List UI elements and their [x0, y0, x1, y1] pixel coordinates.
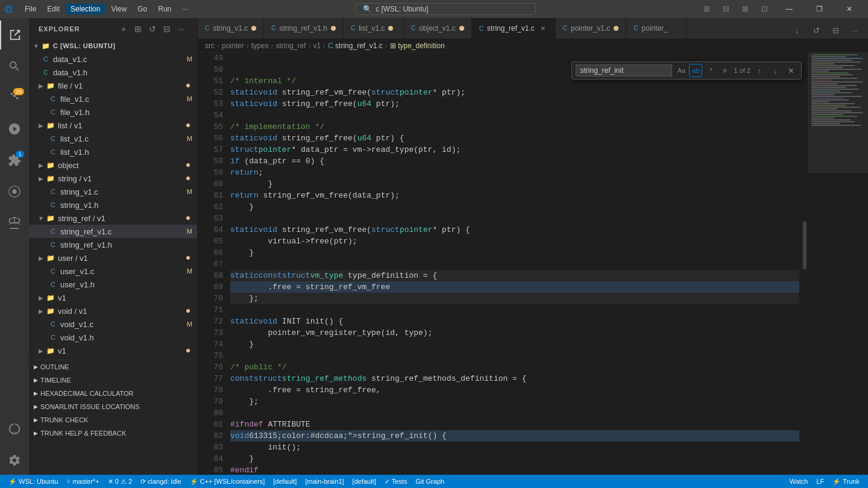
split-editor-btn[interactable]: ⊟ — [827, 22, 844, 39]
menu-edit[interactable]: Edit — [42, 4, 64, 14]
menu-more[interactable]: ··· — [177, 4, 193, 14]
status-clangd[interactable]: ⟳ clangd: idle — [137, 475, 185, 488]
match-case-btn[interactable]: Aa — [675, 64, 688, 77]
sidebar-layout-btn[interactable]: ⊞ — [698, 0, 715, 17]
find-next-btn[interactable]: ↓ — [769, 64, 782, 77]
tab-string-ref-h[interactable]: C string_ref_v1.h — [264, 18, 344, 39]
tree-item-list-c[interactable]: C list_v1.c M — [29, 132, 197, 145]
tree-item-stringref-h[interactable]: C string_ref_v1.h — [29, 238, 197, 251]
tab-pointer-v1-c[interactable]: C pointer_v1.c — [556, 18, 627, 39]
tree-root[interactable]: ▼ 📁 C [WSL: UBUNTU] — [29, 39, 197, 52]
tree-item-file-h[interactable]: C file_v1.h — [29, 105, 197, 119]
menu-view[interactable]: View — [106, 4, 131, 14]
find-input[interactable] — [576, 64, 672, 77]
tree-item-user-h[interactable]: C user_v1.h — [29, 278, 197, 291]
tab-string-ref-c-active[interactable]: C string_ref_v1.c ✕ — [472, 18, 556, 39]
sidebar-section-trunk-check[interactable]: ▶ TRUNK CHECK — [29, 413, 197, 427]
sidebar-section-timeline[interactable]: ▶ TIMELINE — [29, 374, 197, 387]
menu-go[interactable]: Go — [133, 4, 152, 14]
minimize-btn[interactable]: — — [775, 0, 803, 18]
refresh-btn[interactable]: ↺ — [146, 23, 159, 35]
tab-pointer-truncated[interactable]: C pointer_ — [626, 18, 687, 39]
layout-2-btn[interactable]: ⊟ — [717, 0, 734, 17]
status-cpp[interactable]: ⚡ C++ [WSL/containers] — [186, 475, 269, 488]
status-lf[interactable]: LF — [813, 475, 828, 488]
breadcrumb-types[interactable]: types — [251, 42, 269, 50]
sidebar-section-hexcalc[interactable]: ▶ HEXADECIMAL CALCULATOR — [29, 387, 197, 400]
regex-btn[interactable]: .* — [703, 64, 717, 77]
menu-run[interactable]: Run — [153, 4, 176, 14]
breadcrumb-file[interactable]: C string_ref_v1.c — [328, 42, 383, 50]
tree-folder-void[interactable]: ▶ 📁 void / v1 — [29, 304, 197, 318]
activity-source-control[interactable]: 28 — [0, 83, 29, 112]
activity-remote[interactable] — [0, 177, 29, 206]
tree-folder-string-ref[interactable]: ▼ 📁 string_ref / v1 — [29, 211, 197, 225]
open-editors-btn[interactable]: ↓ — [788, 22, 805, 39]
collapse-all-btn[interactable]: ⊟ — [161, 23, 173, 35]
more-actions-btn[interactable]: ··· — [175, 23, 187, 35]
sidebar-section-sonarlint[interactable]: ▶ SONARLINT ISSUE LOCATIONS — [29, 400, 197, 413]
close-btn[interactable]: ✕ — [835, 0, 863, 18]
tab-close-btn[interactable]: ✕ — [538, 23, 548, 33]
activity-explorer[interactable] — [0, 20, 29, 49]
status-gitgraph[interactable]: Git Graph — [412, 475, 448, 488]
tree-item-file-c[interactable]: C file_v1.c M — [29, 92, 197, 105]
tree-folder-file[interactable]: ▶ 📁 file / v1 — [29, 79, 197, 92]
code-editor[interactable]: 4950515253545556575859606162636465666768… — [198, 52, 868, 475]
menu-file[interactable]: File — [20, 4, 41, 14]
layout-3-btn[interactable]: ⊠ — [737, 0, 753, 17]
tree-item-stringref-c[interactable]: C string_ref_v1.c M — [29, 225, 197, 238]
tree-item-void-h[interactable]: C void_v1.h — [29, 331, 197, 344]
activity-extensions[interactable]: 1 — [0, 146, 29, 175]
tree-item-void-c[interactable]: C void_v1.c M — [29, 318, 197, 331]
status-branch[interactable]: ⑂ master*+ — [63, 475, 102, 488]
new-file-btn[interactable]: + — [118, 23, 130, 35]
tree-folder-v1-2[interactable]: ▶ 📁 v1 — [29, 344, 197, 357]
more-tabs-btn[interactable]: ··· — [846, 22, 863, 39]
activity-debug[interactable] — [0, 114, 29, 143]
status-wsl[interactable]: ⚡ WSL: Ubuntu — [5, 475, 61, 488]
activity-search[interactable] — [0, 52, 29, 81]
status-trunk[interactable]: ⚡ Trunk — [829, 475, 863, 488]
new-folder-btn[interactable]: ⊞ — [132, 23, 144, 35]
status-watch[interactable]: Watch — [786, 475, 812, 488]
breadcrumb-src[interactable]: src — [205, 42, 215, 50]
activity-settings[interactable] — [0, 446, 29, 475]
tree-item-user-c[interactable]: C user_v1.c M — [29, 264, 197, 278]
tree-folder-v1-1[interactable]: ▶ 📁 v1 — [29, 291, 197, 304]
code-content[interactable]: /* internal */ static void string_ref_vm… — [228, 52, 799, 475]
status-tests[interactable]: ✓ Tests — [381, 475, 411, 488]
status-errors[interactable]: ✕ 0 ⚠ 2 — [104, 475, 136, 488]
tab-object-v1-c[interactable]: C object_v1.c — [404, 18, 472, 39]
find-prev-btn[interactable]: ↑ — [753, 64, 766, 77]
history-btn[interactable]: ↺ — [808, 22, 825, 39]
sidebar-section-outline[interactable]: ▶ OUTLINE — [29, 360, 197, 374]
global-search-bar[interactable]: 🔍 c [WSL: Ubuntu] — [355, 3, 536, 15]
tab-string-v1-c[interactable]: C string_v1.c — [198, 18, 264, 39]
status-mainbrain[interactable]: [main-brain1] — [301, 475, 347, 488]
tree-folder-string[interactable]: ▶ 📁 string / v1 — [29, 172, 197, 185]
filter-btn[interactable]: ≡ — [718, 64, 731, 77]
editor-scrollbar[interactable] — [799, 52, 808, 475]
activity-testing[interactable] — [0, 208, 29, 237]
menu-selection[interactable]: Selection — [66, 4, 105, 14]
status-default2[interactable]: [default] — [349, 475, 380, 488]
tree-item-data-h[interactable]: C data_v1.h — [29, 66, 197, 79]
tree-item-string-h[interactable]: C string_v1.h — [29, 198, 197, 211]
match-word-btn[interactable]: ab — [689, 64, 702, 77]
breadcrumb-symbol[interactable]: ⊞ type_definition — [390, 42, 445, 50]
sidebar-section-trunk-help[interactable]: ▶ TRUNK HELP & FEEDBACK — [29, 427, 197, 440]
find-close-btn[interactable]: ✕ — [784, 64, 797, 77]
status-default1[interactable]: [default] — [269, 475, 300, 488]
tree-folder-list[interactable]: ▶ 📁 list / v1 — [29, 119, 197, 132]
breadcrumb-pointer[interactable]: pointer — [222, 42, 244, 50]
breadcrumb-v1[interactable]: v1 — [313, 42, 321, 50]
breadcrumb-string-ref[interactable]: string_ref — [275, 42, 306, 50]
minimap[interactable] — [808, 52, 868, 475]
maximize-btn[interactable]: ❐ — [805, 0, 833, 18]
layout-4-btn[interactable]: ⊡ — [756, 0, 773, 17]
tree-folder-object[interactable]: ▶ 📁 object — [29, 158, 197, 172]
tab-list-v1-c[interactable]: C list_v1.c — [344, 18, 404, 39]
activity-trunk[interactable] — [0, 414, 29, 443]
tree-item-data-c[interactable]: C data_v1.c M — [29, 52, 197, 66]
